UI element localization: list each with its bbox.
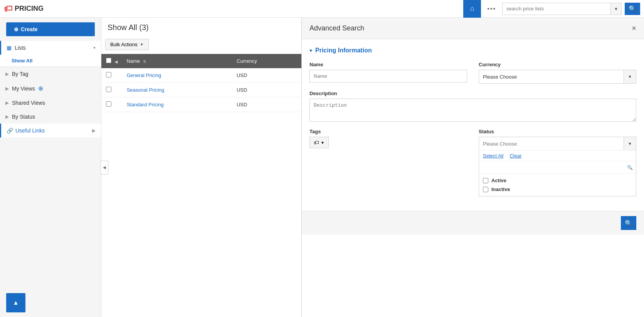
home-button[interactable]: ⌂ [463, 0, 481, 18]
status-search-icon: 🔍 [627, 165, 633, 170]
arrow-right-icon-2: ▶ [5, 86, 9, 91]
dropdown-arrow-icon: ▼ [140, 42, 144, 47]
sidebar-collapse-button[interactable]: ◀ [101, 161, 108, 174]
scroll-top-button[interactable]: ▲ [6, 293, 25, 312]
table-row: General Pricing USD [101, 68, 301, 83]
sidebar-my-views-label: My Views [12, 86, 35, 92]
submit-search-icon: 🔍 [625, 220, 632, 227]
name-sort-icon: ⇅ [143, 59, 146, 64]
search-input[interactable] [503, 6, 610, 12]
currency-column-header[interactable]: Currency [232, 54, 301, 68]
sidebar-item-by-status[interactable]: ▶ By Status [0, 110, 101, 124]
row-checkbox[interactable] [106, 101, 111, 107]
status-field-group: Status ▼ Select All Clear [479, 129, 636, 196]
name-column-header[interactable]: Name ⇅ [122, 54, 232, 68]
app-logo: 🏷 PRICING [4, 4, 44, 14]
pricing-info-title: Pricing Information [315, 47, 372, 54]
advanced-search-body: ▾ Pricing Information Name Currency Plea… [302, 39, 644, 211]
status-field-label: Status [479, 129, 636, 134]
status-inactive-label[interactable]: Inactive [491, 186, 510, 192]
list-panel: Show All (3) Bulk Actions ▼ ◀ [101, 18, 302, 317]
bulk-actions-button[interactable]: Bulk Actions ▼ [105, 39, 149, 50]
table-header-row: ◀ Name ⇅ Currency [101, 54, 301, 68]
currency-field-group: Currency Please Choose ▼ [479, 62, 636, 84]
price-list-table: ◀ Name ⇅ Currency [101, 54, 301, 112]
status-options: Active Inactive [479, 174, 636, 196]
status-active-label[interactable]: Active [491, 178, 506, 183]
add-view-icon[interactable]: ⊕ [38, 85, 43, 92]
sidebar-by-tag-label: By Tag [12, 71, 29, 77]
list-header: Show All (3) [101, 18, 301, 39]
status-search-input[interactable] [482, 163, 627, 172]
status-option-inactive[interactable]: Inactive [483, 185, 632, 194]
link-icon: 🔗 [7, 127, 13, 134]
currency-select[interactable]: Please Choose [479, 71, 624, 83]
advanced-search-header: Advanced Search × [302, 18, 644, 39]
home-icon: ⌂ [470, 5, 474, 13]
topbar: 🏷 PRICING ⌂ ••• ▼ 🔍 [0, 0, 644, 18]
status-active-checkbox[interactable] [483, 178, 488, 183]
sidebar-item-lists[interactable]: ▦ Lists ▾ [0, 41, 101, 55]
status-option-active[interactable]: Active [483, 176, 632, 185]
pricing-info-section-toggle[interactable]: ▾ Pricing Information [309, 47, 636, 54]
sidebar-shared-views-label: Shared Views [12, 100, 45, 106]
bulk-actions-bar: Bulk Actions ▼ [101, 39, 301, 54]
sidebar-item-useful-links[interactable]: 🔗 Useful Links ▶ [0, 124, 101, 138]
row-checkbox[interactable] [106, 87, 111, 92]
row-checkbox-cell [101, 68, 122, 83]
status-dropdown: ▼ Select All Clear 🔍 [479, 137, 636, 196]
currency-select-arrow[interactable]: ▼ [624, 70, 636, 83]
row-currency-cell: USD [232, 97, 301, 112]
row-name-cell: General Pricing [122, 68, 232, 83]
row-checkbox[interactable] [106, 72, 111, 77]
name-field[interactable] [309, 70, 467, 82]
advanced-search-submit-button[interactable]: 🔍 [621, 216, 636, 230]
advanced-search-close-button[interactable]: × [632, 24, 636, 33]
tag-btn-icon: 🏷 [314, 139, 319, 146]
select-all-button[interactable]: Select All [483, 153, 503, 159]
select-all-checkbox[interactable] [106, 58, 111, 63]
sidebar-section-lists: ▦ Lists ▾ Show All [0, 41, 101, 67]
arrow-right-icon: ▶ [5, 71, 9, 77]
status-links-row: Select All Clear [479, 151, 636, 161]
plus-icon: ⊕ [14, 26, 18, 32]
scroll-top-icon: ▲ [13, 299, 19, 306]
status-inactive-checkbox[interactable] [483, 187, 488, 192]
name-field-group: Name [309, 62, 467, 84]
sidebar-item-show-all[interactable]: Show All [0, 55, 101, 67]
description-field-group: Description [309, 91, 636, 122]
row-checkbox-cell [101, 97, 122, 112]
tags-status-row: Tags 🏷 ▼ Status ▼ [309, 129, 636, 196]
description-field[interactable] [309, 99, 636, 122]
description-row: Description [309, 91, 636, 122]
tags-field-group: Tags 🏷 ▼ [309, 129, 467, 196]
main-layout: ⊕ Create ▦ Lists ▾ Show All ▶ By Tag ▶ M [0, 18, 644, 317]
useful-links-left: 🔗 Useful Links [7, 127, 45, 134]
table-row: Standard Pricing USD [101, 97, 301, 112]
tag-icon: 🏷 [4, 4, 12, 14]
sidebar-sub-items: Show All [0, 55, 101, 67]
create-label: Create [21, 26, 38, 32]
sidebar-item-shared-views[interactable]: ▶ Shared Views [0, 96, 101, 110]
status-select-arrow[interactable]: ▼ [624, 137, 636, 150]
row-name-cell: Seasonal Pricing [122, 83, 232, 97]
app-title: PRICING [15, 5, 44, 13]
description-field-label: Description [309, 91, 636, 96]
clear-button[interactable]: Clear [509, 153, 521, 159]
search-go-button[interactable]: 🔍 [625, 3, 640, 15]
search-dropdown-button[interactable]: ▼ [610, 3, 621, 15]
collapse-col-icon[interactable]: ◀ [114, 59, 118, 64]
sidebar-item-my-views[interactable]: ▶ My Views ⊕ [0, 81, 101, 96]
sidebar: ⊕ Create ▦ Lists ▾ Show All ▶ By Tag ▶ M [0, 18, 101, 317]
row-currency-cell: USD [232, 83, 301, 97]
row-checkbox-cell [101, 83, 122, 97]
select-all-column: ◀ [101, 54, 122, 68]
sidebar-by-status-label: By Status [12, 114, 35, 120]
more-options-button[interactable]: ••• [484, 5, 499, 12]
sidebar-item-by-tag[interactable]: ▶ By Tag [0, 67, 101, 81]
create-button[interactable]: ⊕ Create [6, 22, 95, 36]
search-go-icon: 🔍 [629, 5, 636, 12]
tags-button[interactable]: 🏷 ▼ [309, 137, 329, 148]
status-select-input[interactable] [479, 138, 624, 150]
section-chevron-icon: ▾ [309, 47, 312, 54]
